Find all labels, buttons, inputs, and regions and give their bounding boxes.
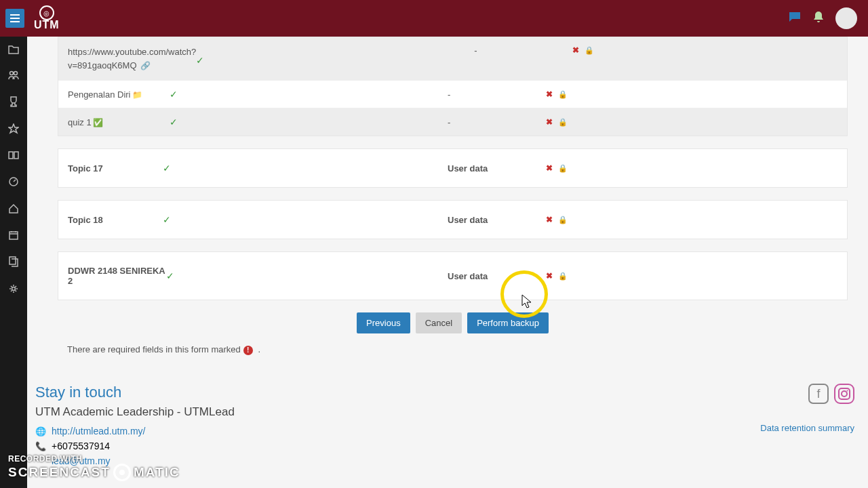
x-icon: ✖	[572, 45, 579, 55]
x-icon: ✖	[546, 271, 553, 281]
lock-icon: 🔒	[558, 272, 568, 281]
topic-group: Topic 18 ✓ User data ✖🔒	[58, 200, 848, 239]
calendar-icon[interactable]	[9, 230, 18, 243]
x-icon: ✖	[546, 117, 553, 127]
folder-icon[interactable]	[8, 45, 19, 57]
link-icon: 🔗	[140, 61, 151, 70]
facebook-icon[interactable]: f	[808, 384, 829, 404]
users-icon[interactable]	[8, 70, 19, 83]
required-icon: !	[243, 346, 253, 355]
table-row: DDWR 2148 SENIREKA 2 ✓ User data ✖🔒	[58, 252, 847, 300]
table-row: Pengenalan Diri📁 ✓ - ✖🔒	[58, 81, 847, 108]
svg-rect-6	[839, 388, 850, 399]
quiz-emoji-icon: ✅	[93, 118, 103, 127]
userdata-cell: -	[474, 45, 572, 56]
website-link[interactable]: http://utmlead.utm.my/	[52, 426, 146, 436]
star-icon[interactable]	[8, 123, 19, 137]
svg-point-5	[12, 287, 16, 291]
main-content: https://www.youtube.com/watch?v=891gaoqK…	[27, 37, 868, 488]
x-icon: ✖	[546, 89, 553, 99]
social-links: f	[760, 384, 854, 404]
table-row: Topic 18 ✓ User data ✖🔒	[58, 201, 847, 239]
data-retention-link[interactable]: Data retention summary	[760, 423, 854, 433]
topbar: ◎ UTM	[0, 0, 868, 37]
logo-text: UTM	[34, 19, 60, 31]
notifications-icon[interactable]	[814, 12, 823, 25]
table-row: Topic 17 ✓ User data ✖🔒	[58, 149, 847, 187]
home-icon[interactable]	[8, 203, 19, 217]
copy-icon[interactable]	[9, 256, 18, 270]
userdata-cell: User data	[448, 163, 546, 174]
footer-phone: 📞 +6075537914	[35, 441, 235, 451]
required-fields-note: There are required fields in this form m…	[58, 339, 848, 367]
hamburger-menu-button[interactable]	[5, 9, 24, 28]
topic-group: DDWR 2148 SENIREKA 2 ✓ User data ✖🔒	[58, 251, 848, 300]
trophy-icon[interactable]	[9, 96, 18, 110]
lock-icon: 🔒	[585, 46, 594, 55]
activities-group: https://www.youtube.com/watch?v=891gaoqK…	[58, 37, 848, 136]
phone-text: +6075537914	[52, 441, 110, 451]
lock-icon: 🔒	[558, 90, 568, 99]
check-icon: ✓	[196, 45, 474, 66]
topic-title: DDWR 2148 SENIREKA 2	[68, 266, 166, 286]
action-buttons: Previous Cancel Perform backup	[58, 312, 848, 333]
userdata-cell: -	[448, 117, 546, 127]
check-icon: ✓	[163, 214, 448, 225]
footer-org: UTM Academic Leadership - UTMLead	[35, 405, 235, 419]
globe-icon: 🌐	[35, 426, 46, 436]
logo-icon: ◎	[39, 5, 54, 20]
userdata-cell: User data	[448, 271, 546, 281]
svg-point-1	[14, 72, 18, 75]
table-row: quiz 1✅ ✓ - ✖🔒	[58, 108, 847, 136]
check-icon: ✓	[163, 163, 448, 174]
topic-title: Topic 17	[68, 163, 163, 174]
previous-button[interactable]: Previous	[357, 312, 410, 333]
gear-icon[interactable]	[8, 283, 19, 297]
svg-point-0	[10, 72, 14, 75]
svg-point-7	[842, 391, 847, 396]
lock-icon: 🔒	[558, 216, 568, 224]
userdata-cell: User data	[448, 215, 546, 225]
recording-watermark: RECORDED WITH SCREENCAST MATIC	[8, 454, 180, 481]
footer-heading: Stay in touch	[35, 384, 235, 401]
check-icon: ✓	[170, 89, 448, 100]
x-icon: ✖	[546, 215, 553, 224]
book-icon[interactable]	[8, 150, 19, 163]
lock-icon: 🔒	[558, 164, 568, 173]
speedometer-icon[interactable]	[8, 176, 19, 190]
messages-icon[interactable]	[788, 11, 802, 26]
activity-title: Pengenalan Diri📁	[68, 89, 170, 100]
topic-title: Topic 18	[68, 215, 163, 225]
x-icon: ✖	[546, 163, 553, 173]
topic-group: Topic 17 ✓ User data ✖🔒	[58, 148, 848, 188]
folder-emoji-icon: 📁	[132, 90, 142, 100]
site-logo[interactable]: ◎ UTM	[34, 5, 60, 31]
svg-rect-4	[9, 257, 16, 264]
phone-icon: 📞	[35, 441, 46, 451]
svg-point-8	[847, 390, 848, 392]
sidebar-nav	[0, 37, 27, 488]
svg-rect-3	[9, 232, 18, 239]
activity-title: https://www.youtube.com/watch?v=891gaoqK…	[68, 45, 196, 72]
activity-title: quiz 1✅	[68, 117, 170, 127]
record-icon	[113, 464, 131, 481]
footer-website: 🌐 http://utmlead.utm.my/	[35, 426, 235, 436]
check-icon: ✓	[170, 117, 448, 127]
cancel-button[interactable]: Cancel	[416, 312, 462, 333]
table-row: https://www.youtube.com/watch?v=891gaoqK…	[58, 37, 847, 81]
check-icon: ✓	[166, 270, 448, 281]
user-avatar[interactable]	[835, 7, 857, 29]
instagram-icon[interactable]	[834, 384, 854, 404]
perform-backup-button[interactable]: Perform backup	[467, 312, 549, 333]
lock-icon: 🔒	[558, 118, 568, 127]
userdata-cell: -	[448, 89, 546, 100]
